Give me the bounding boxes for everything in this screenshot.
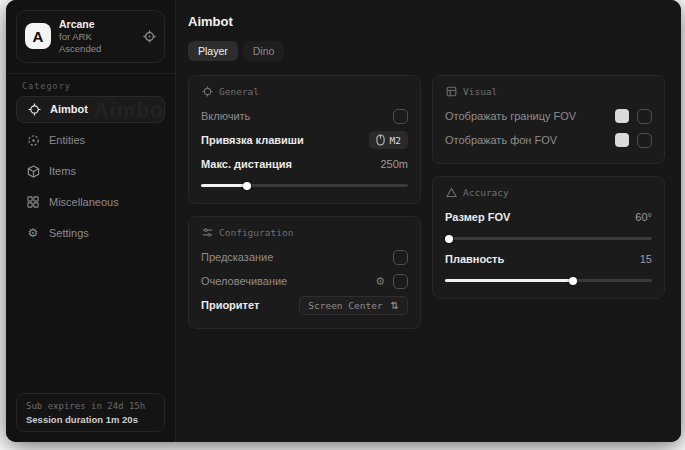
sidebar-item-label: Entities xyxy=(49,134,85,146)
slider-thumb[interactable] xyxy=(569,277,577,285)
sidebar-nav: Aimbot Aimbot Entities xyxy=(6,96,175,247)
card-general: General Включить Привязка клавиши xyxy=(188,75,421,204)
fov-border-color-swatch[interactable] xyxy=(615,109,629,123)
card-title: Visual xyxy=(463,86,497,97)
sliders-icon xyxy=(201,227,213,238)
app-logo: A xyxy=(25,23,51,49)
humanization-settings-icon[interactable]: ⚙ xyxy=(375,275,385,288)
sidebar-item-miscellaneous[interactable]: Miscellaneous xyxy=(16,189,165,216)
sidebar-item-aimbot[interactable]: Aimbot Aimbot xyxy=(16,96,165,123)
card-visual: Visual Отображать границу FOV Отображать… xyxy=(432,75,665,164)
fov-bg-checkbox[interactable] xyxy=(637,133,652,148)
brand-header: A Arcane for ARK Ascended xyxy=(16,10,165,63)
category-label: Category xyxy=(6,74,175,96)
slider-thumb[interactable] xyxy=(445,235,453,243)
gear-icon: ⚙ xyxy=(26,226,40,240)
sidebar-item-label: Settings xyxy=(49,227,89,239)
sidebar-item-label: Aimbot xyxy=(50,103,88,115)
sidebar-item-items[interactable]: Items xyxy=(16,158,165,185)
sidebar-item-settings[interactable]: ⚙ Settings xyxy=(16,220,165,247)
enable-label: Включить xyxy=(201,110,250,122)
fov-bg-color-swatch[interactable] xyxy=(615,133,629,147)
tab-dino[interactable]: Dino xyxy=(243,41,285,61)
sidebar: A Arcane for ARK Ascended Category xyxy=(6,0,176,442)
slider-thumb[interactable] xyxy=(243,182,251,190)
smoothness-label: Плавность xyxy=(445,253,504,265)
app-subtitle: for ARK Ascended xyxy=(59,31,135,55)
radar-icon xyxy=(26,134,40,147)
layout-icon xyxy=(445,86,457,97)
fov-size-label: Размер FOV xyxy=(445,211,510,223)
subscription-info: Sub expires in 24d 15h Session duration … xyxy=(16,393,165,432)
triangle-icon xyxy=(445,187,457,198)
sidebar-item-label: Miscellaneous xyxy=(49,196,119,208)
target-icon[interactable] xyxy=(143,30,156,43)
app-name: Arcane xyxy=(59,18,135,31)
card-title: Configuration xyxy=(219,227,293,238)
priority-label: Приоритет xyxy=(201,299,259,311)
humanization-checkbox[interactable] xyxy=(393,274,408,289)
keybind-button[interactable]: M2 xyxy=(369,131,408,149)
prediction-checkbox[interactable] xyxy=(393,250,408,265)
main-panel: Aimbot Player Dino xyxy=(176,0,681,442)
box-icon xyxy=(26,165,40,178)
fov-size-value: 60° xyxy=(635,211,652,223)
sort-arrows-icon: ⇅ xyxy=(391,300,399,311)
sub-expires-text: Sub expires in 24d 15h xyxy=(26,401,155,411)
card-configuration: Configuration Предсказание Очеловечивани… xyxy=(188,216,421,329)
priority-dropdown[interactable]: Screen Center ⇅ xyxy=(299,296,408,315)
smoothness-slider[interactable] xyxy=(445,279,652,282)
crosshair-small-icon xyxy=(201,86,213,97)
app-window: A Arcane for ARK Ascended Category xyxy=(6,0,681,442)
card-title: Accuracy xyxy=(463,187,509,198)
fov-bg-label: Отображать фон FOV xyxy=(445,134,557,146)
grid-icon xyxy=(26,196,40,208)
session-duration-text: Session duration 1m 20s xyxy=(26,414,155,425)
tab-bar: Player Dino xyxy=(188,41,669,61)
fov-border-label: Отображать границу FOV xyxy=(445,110,576,122)
card-title: General xyxy=(219,86,259,97)
fov-border-checkbox[interactable] xyxy=(637,109,652,124)
prediction-label: Предсказание xyxy=(201,251,273,263)
page-title: Aimbot xyxy=(188,14,669,29)
max-distance-slider[interactable] xyxy=(201,184,408,187)
keybind-value: M2 xyxy=(390,135,401,146)
sidebar-item-label: Items xyxy=(49,165,76,177)
enable-checkbox[interactable] xyxy=(393,109,408,124)
humanization-label: Очеловечивание xyxy=(201,275,287,287)
tab-player[interactable]: Player xyxy=(188,41,238,61)
max-distance-label: Макс. дистанция xyxy=(201,158,292,170)
priority-value: Screen Center xyxy=(308,300,382,311)
crosshair-icon xyxy=(27,103,41,116)
card-accuracy: Accuracy Размер FOV 60° Плавность 15 xyxy=(432,176,665,299)
fov-size-slider[interactable] xyxy=(445,237,652,240)
aimbot-watermark: Aimbot xyxy=(94,98,165,122)
mouse-icon xyxy=(376,134,385,146)
sidebar-item-entities[interactable]: Entities xyxy=(16,127,165,154)
smoothness-value: 15 xyxy=(640,253,652,265)
keybind-label: Привязка клавиши xyxy=(201,134,304,146)
max-distance-value: 250m xyxy=(380,158,408,170)
